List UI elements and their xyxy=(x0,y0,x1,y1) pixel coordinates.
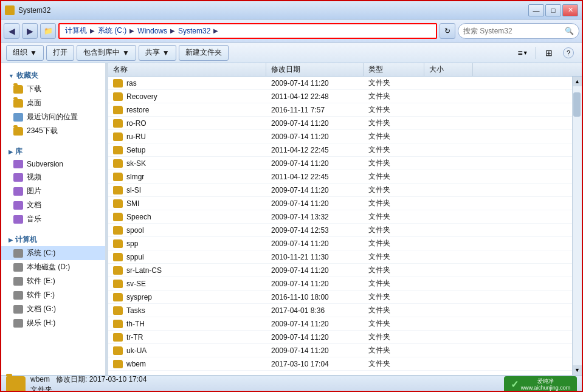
sidebar-item-2345[interactable]: 2345下载 xyxy=(1,124,105,138)
drive-icon xyxy=(13,319,23,328)
breadcrumb[interactable]: 计算机 ▶ 系统 (C:) ▶ Windows ▶ System32 ▶ xyxy=(58,23,437,39)
column-header-name[interactable]: 名称 xyxy=(108,63,266,76)
sidebar-item-subversion[interactable]: Subversion xyxy=(1,158,105,170)
file-cell-type: 文件夹 xyxy=(364,77,424,89)
refresh-button[interactable]: ↻ xyxy=(440,23,455,39)
maximize-button[interactable]: □ xyxy=(545,4,561,16)
file-cell-name: ru-RU xyxy=(108,131,266,142)
file-list-header: 名称 修改日期 类型 大小 xyxy=(108,63,582,77)
favorites-collapse-icon[interactable]: ▼ xyxy=(9,73,14,79)
preview-pane-button[interactable]: ⊞ xyxy=(540,45,557,61)
drive-icon xyxy=(13,249,23,258)
file-cell-type: 文件夹 xyxy=(364,357,424,370)
file-cell-date: 2009-07-14 11:20 xyxy=(266,198,364,209)
forward-button[interactable]: ▶ xyxy=(22,23,38,39)
sidebar-item-e-drive[interactable]: 软件 (E:) xyxy=(1,274,105,288)
file-cell-date: 2009-07-14 11:20 xyxy=(266,332,364,343)
column-header-size[interactable]: 大小 xyxy=(424,63,473,76)
back-button[interactable]: ◀ xyxy=(4,23,19,39)
file-cell-type: 文件夹 xyxy=(364,250,424,263)
breadcrumb-system32[interactable]: System32 xyxy=(176,26,212,36)
file-cell-name: Tasks xyxy=(108,305,266,316)
watermark: ✓ 爱纯净 www.aichunjing.com xyxy=(504,376,577,393)
file-cell-name: spp xyxy=(108,238,266,249)
file-cell-type: 文件夹 xyxy=(364,157,424,170)
table-row[interactable]: wbem 2017-03-10 17:04 文件夹 xyxy=(108,357,572,371)
sidebar-item-downloads[interactable]: 下载 xyxy=(1,82,105,96)
computer-collapse-icon[interactable]: ▶ xyxy=(9,237,13,243)
include-library-button[interactable]: 包含到库中 ▼ xyxy=(77,45,136,61)
table-row[interactable]: sl-SI 2009-07-14 11:20 文件夹 xyxy=(108,184,572,197)
lib-icon xyxy=(13,173,23,182)
table-row[interactable]: restore 2016-11-11 7:57 文件夹 xyxy=(108,103,572,117)
organize-button[interactable]: 组织 ▼ xyxy=(6,45,44,61)
share-button[interactable]: 共享 ▼ xyxy=(139,45,176,61)
table-row[interactable]: sv-SE 2009-07-14 11:20 文件夹 xyxy=(108,277,572,291)
file-cell-size xyxy=(424,162,473,165)
file-cell-type: 文件夹 xyxy=(364,130,424,143)
table-row[interactable]: SMI 2009-07-14 11:20 文件夹 xyxy=(108,197,572,210)
folder-up-button[interactable]: 📁 xyxy=(40,23,56,39)
address-bar: ◀ ▶ 📁 计算机 ▶ 系统 (C:) ▶ Windows ▶ System32… xyxy=(1,19,582,43)
sidebar-item-f-drive[interactable]: 软件 (F:) xyxy=(1,288,105,302)
sidebar-item-d-drive[interactable]: 本地磁盘 (D:) xyxy=(1,260,105,274)
open-button[interactable]: 打开 xyxy=(46,45,74,61)
title-bar-left: System32 xyxy=(5,5,50,15)
sidebar-item-music[interactable]: 音乐 xyxy=(1,212,105,226)
table-row[interactable]: sysprep 2016-11-10 18:00 文件夹 xyxy=(108,291,572,304)
file-cell-name: spool xyxy=(108,225,266,236)
table-row[interactable]: spp 2009-07-14 11:20 文件夹 xyxy=(108,237,572,250)
table-row[interactable]: ru-RU 2009-07-14 11:20 文件夹 xyxy=(108,130,572,143)
sidebar-item-docs[interactable]: 文档 xyxy=(1,198,105,212)
table-row[interactable]: sk-SK 2009-07-14 11:20 文件夹 xyxy=(108,157,572,170)
file-cell-size xyxy=(424,229,473,232)
scroll-up-arrow[interactable]: ▲ xyxy=(573,77,582,86)
table-row[interactable]: Setup 2011-04-12 22:45 文件夹 xyxy=(108,143,572,157)
file-cell-type: 文件夹 xyxy=(364,143,424,156)
table-row[interactable]: ro-RO 2009-07-14 11:20 文件夹 xyxy=(108,117,572,130)
folder-icon xyxy=(113,320,123,328)
scroll-thumb[interactable] xyxy=(573,92,581,117)
library-collapse-icon[interactable]: ▶ xyxy=(9,149,13,155)
new-folder-button[interactable]: 新建文件夹 xyxy=(179,45,229,61)
view-toggle-button[interactable]: ≡ ▼ xyxy=(514,45,531,61)
folder-icon xyxy=(113,186,123,194)
table-row[interactable]: sr-Latn-CS 2009-07-14 11:20 文件夹 xyxy=(108,264,572,277)
sidebar-item-pictures[interactable]: 图片 xyxy=(1,184,105,198)
sidebar-item-recent[interactable]: 最近访问的位置 xyxy=(1,110,105,124)
column-header-date[interactable]: 修改日期 xyxy=(266,63,364,76)
file-cell-date: 2011-04-12 22:45 xyxy=(266,145,364,156)
search-box[interactable]: 🔍 xyxy=(458,23,579,39)
lib-icon xyxy=(13,201,23,210)
table-row[interactable]: uk-UA 2009-07-14 11:20 文件夹 xyxy=(108,344,572,357)
sidebar-item-c-drive[interactable]: 系统 (C:) xyxy=(1,246,105,260)
sidebar-item-h-drive[interactable]: 娱乐 (H:) xyxy=(1,316,105,330)
table-row[interactable]: ras 2009-07-14 11:20 文件夹 xyxy=(108,77,572,90)
sidebar-item-video[interactable]: 视频 xyxy=(1,170,105,184)
table-row[interactable]: spool 2009-07-14 12:53 文件夹 xyxy=(108,224,572,237)
folder-icon xyxy=(113,306,123,315)
table-row[interactable]: th-TH 2009-07-14 11:20 文件夹 xyxy=(108,317,572,331)
sidebar-item-desktop[interactable]: 桌面 xyxy=(1,96,105,110)
sidebar-item-g-drive[interactable]: 文档 (G:) xyxy=(1,302,105,316)
file-cell-name: sv-SE xyxy=(108,278,266,289)
table-row[interactable]: Speech 2009-07-14 13:32 文件夹 xyxy=(108,210,572,224)
help-button[interactable]: ? xyxy=(560,45,577,61)
table-row[interactable]: Tasks 2017-04-01 8:36 文件夹 xyxy=(108,304,572,317)
search-input[interactable] xyxy=(463,27,562,35)
window-title: System32 xyxy=(18,6,50,15)
table-row[interactable]: sppui 2010-11-21 11:30 文件夹 xyxy=(108,250,572,264)
breadcrumb-c[interactable]: 系统 (C:) xyxy=(96,25,128,36)
column-header-type[interactable]: 类型 xyxy=(364,63,424,76)
breadcrumb-windows[interactable]: Windows xyxy=(136,26,169,36)
close-button[interactable]: ✕ xyxy=(562,4,578,16)
table-row[interactable]: tr-TR 2009-07-14 11:20 文件夹 xyxy=(108,331,572,344)
search-icon[interactable]: 🔍 xyxy=(565,27,574,35)
scroll-track[interactable] xyxy=(573,86,582,365)
table-row[interactable]: Recovery 2011-04-12 22:48 文件夹 xyxy=(108,90,572,103)
minimize-button[interactable]: — xyxy=(528,4,544,16)
scrollbar[interactable]: ▲ ▼ xyxy=(572,77,582,375)
scroll-down-arrow[interactable]: ▼ xyxy=(573,365,582,375)
table-row[interactable]: slmgr 2011-04-12 22:45 文件夹 xyxy=(108,170,572,184)
breadcrumb-computer[interactable]: 计算机 xyxy=(63,25,89,36)
